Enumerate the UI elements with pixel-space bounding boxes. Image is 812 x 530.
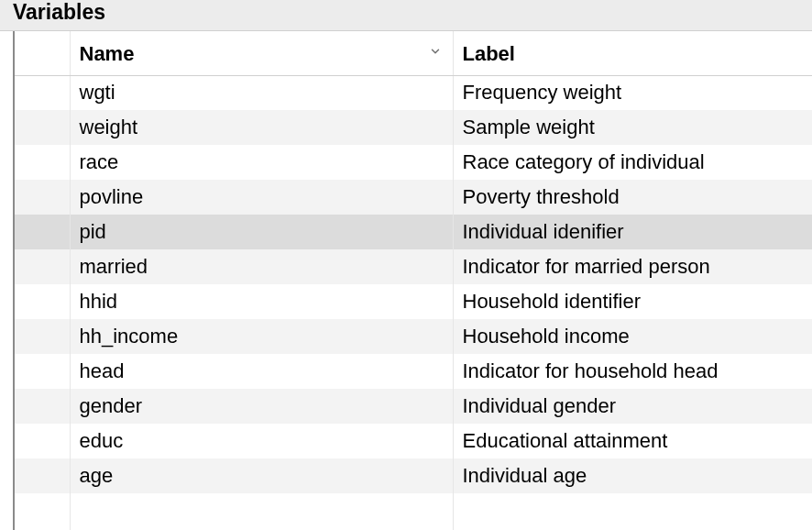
table-row[interactable]: educEducational attainment xyxy=(15,424,812,458)
variable-label-cell[interactable]: Household income xyxy=(453,319,812,354)
table-row[interactable]: marriedIndicator for married person xyxy=(15,249,812,284)
empty-cell xyxy=(453,493,812,530)
variable-name-cell[interactable]: wgti xyxy=(70,75,453,110)
variable-name-cell[interactable]: head xyxy=(70,354,453,389)
variable-label-cell[interactable]: Individual gender xyxy=(453,389,812,424)
variable-label-cell[interactable]: Sample weight xyxy=(453,110,812,145)
variable-name-cell[interactable]: educ xyxy=(70,424,453,458)
variable-name-cell[interactable]: race xyxy=(70,145,453,180)
column-header-label[interactable]: Label xyxy=(453,31,812,75)
variables-table-wrap: Name Label wgtiFrequency weightweightSam… xyxy=(13,31,812,530)
variables-panel: Variables Name Label xyxy=(0,0,812,530)
table-row[interactable]: povlinePoverty threshold xyxy=(15,180,812,215)
row-gutter[interactable] xyxy=(15,458,70,493)
variable-name-cell[interactable]: povline xyxy=(70,180,453,215)
row-gutter[interactable] xyxy=(15,180,70,215)
row-gutter[interactable] xyxy=(15,75,70,110)
variable-label-cell[interactable]: Frequency weight xyxy=(453,75,812,110)
table-row[interactable]: hhidHousehold identifier xyxy=(15,284,812,319)
row-gutter[interactable] xyxy=(15,319,70,354)
variables-table: Name Label wgtiFrequency weightweightSam… xyxy=(15,31,812,530)
table-row[interactable]: genderIndividual gender xyxy=(15,389,812,424)
panel-title: Variables xyxy=(0,0,812,31)
variable-label-cell[interactable]: Indicator for married person xyxy=(453,249,812,284)
table-header-row: Name Label xyxy=(15,31,812,75)
variable-label-cell[interactable]: Indicator for household head xyxy=(453,354,812,389)
row-gutter[interactable] xyxy=(15,354,70,389)
variable-label-cell[interactable]: Individual age xyxy=(453,458,812,493)
variable-name-cell[interactable]: gender xyxy=(70,389,453,424)
table-row[interactable]: headIndicator for household head xyxy=(15,354,812,389)
table-row[interactable]: hh_incomeHousehold income xyxy=(15,319,812,354)
variable-label-cell[interactable]: Individual idenifier xyxy=(453,215,812,249)
row-gutter[interactable] xyxy=(15,215,70,249)
column-header-name[interactable]: Name xyxy=(70,31,453,75)
table-row[interactable]: weightSample weight xyxy=(15,110,812,145)
row-gutter[interactable] xyxy=(15,145,70,180)
column-header-label-label: Label xyxy=(463,42,515,65)
column-header-name-label: Name xyxy=(80,42,135,65)
table-row[interactable]: ageIndividual age xyxy=(15,458,812,493)
column-header-gutter[interactable] xyxy=(15,31,70,75)
variable-label-cell[interactable]: Educational attainment xyxy=(453,424,812,458)
variable-name-cell[interactable]: age xyxy=(70,458,453,493)
table-row[interactable]: pidIndividual idenifier xyxy=(15,215,812,249)
variable-label-cell[interactable]: Race category of individual xyxy=(453,145,812,180)
table-row[interactable]: raceRace category of individual xyxy=(15,145,812,180)
variable-name-cell[interactable]: married xyxy=(70,249,453,284)
variable-label-cell[interactable]: Household identifier xyxy=(453,284,812,319)
chevron-down-icon xyxy=(429,45,442,61)
variable-name-cell[interactable]: pid xyxy=(70,215,453,249)
row-gutter[interactable] xyxy=(15,284,70,319)
variable-name-cell[interactable]: weight xyxy=(70,110,453,145)
empty-cell xyxy=(15,493,70,530)
table-row-empty xyxy=(15,493,812,530)
variable-name-cell[interactable]: hhid xyxy=(70,284,453,319)
empty-cell xyxy=(70,493,453,530)
row-gutter[interactable] xyxy=(15,110,70,145)
row-gutter[interactable] xyxy=(15,249,70,284)
variable-name-cell[interactable]: hh_income xyxy=(70,319,453,354)
row-gutter[interactable] xyxy=(15,389,70,424)
variable-label-cell[interactable]: Poverty threshold xyxy=(453,180,812,215)
row-gutter[interactable] xyxy=(15,424,70,458)
table-row[interactable]: wgtiFrequency weight xyxy=(15,75,812,110)
